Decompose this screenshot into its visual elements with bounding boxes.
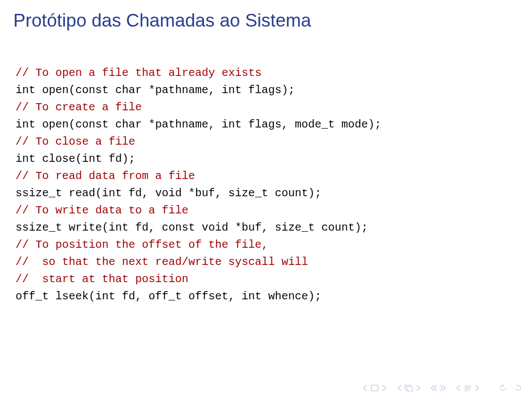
code-line: off_t lseek(int fd, off_t offset, int wh… <box>16 290 321 303</box>
code-comment-line: // start at that position <box>16 273 188 285</box>
code-line: int open(const char *pathname, int flags… <box>16 118 381 131</box>
next-slide-button[interactable] <box>380 384 388 392</box>
next-frame-button[interactable] <box>415 384 422 392</box>
code-line: ssize_t read(int fd, void *buf, size_t c… <box>16 187 321 200</box>
code-comment-line: // To create a file <box>16 101 142 114</box>
frame-icon <box>405 384 413 392</box>
code-line: ssize_t write(int fd, const void *buf, s… <box>16 221 368 234</box>
nav-page-group <box>454 384 481 392</box>
prev-slide-button[interactable] <box>361 384 369 392</box>
svg-rect-0 <box>371 385 378 391</box>
nav-section-group <box>430 384 447 392</box>
code-block: // To open a file that already exists in… <box>16 64 519 305</box>
code-comment-line: // so that the next read/write syscall w… <box>16 256 308 268</box>
svg-rect-2 <box>407 387 413 391</box>
nav-frame-group <box>396 384 422 392</box>
code-comment-line: // To position the offset of the file, <box>16 238 268 251</box>
prev-page-button[interactable] <box>454 384 462 392</box>
next-page-button[interactable] <box>473 384 481 392</box>
code-line: int close(int fd); <box>16 152 135 165</box>
page-lines-icon <box>463 384 472 392</box>
nav-slide-group <box>361 384 388 392</box>
code-line: int open(const char *pathname, int flags… <box>16 84 295 96</box>
beamer-navbar <box>361 384 522 392</box>
slide-title: Protótipo das Chamadas ao Sistema <box>13 10 519 31</box>
prev-section-button[interactable] <box>430 384 438 392</box>
code-comment-line: // To open a file that already exists <box>16 67 262 79</box>
go-forward-button[interactable] <box>514 384 522 392</box>
code-comment-line: // To read data from a file <box>16 170 195 182</box>
next-section-button[interactable] <box>439 384 447 392</box>
go-back-button[interactable] <box>499 384 507 392</box>
code-comment-line: // To write data to a file <box>16 204 188 217</box>
slide-icon <box>370 384 379 392</box>
code-comment-line: // To close a file <box>16 135 135 148</box>
prev-frame-button[interactable] <box>396 384 403 392</box>
